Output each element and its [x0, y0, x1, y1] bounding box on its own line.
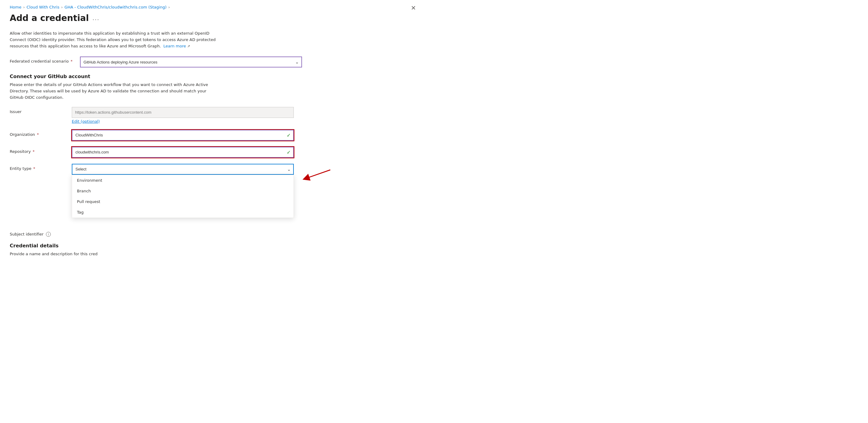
organization-input[interactable] [72, 130, 294, 141]
credential-details-heading: Credential details [10, 243, 344, 249]
organization-control: ✓ [72, 130, 294, 141]
entity-type-select[interactable]: Select Environment Branch Pull request T… [72, 164, 294, 175]
dropdown-item-branch[interactable]: Branch [72, 186, 293, 196]
red-arrow-indicator [300, 167, 333, 183]
subject-identifier-row: Subject identifier i [10, 229, 344, 237]
dropdown-item-pull-request[interactable]: Pull request [72, 196, 293, 207]
federated-scenario-label: Federated credential scenario * [10, 57, 73, 64]
page-title: Add a credential [10, 13, 89, 23]
more-options-button[interactable]: ... [92, 15, 99, 21]
subject-identifier-label: Subject identifier i [10, 229, 64, 237]
entity-type-control: Select Environment Branch Pull request T… [72, 164, 294, 175]
repository-check-icon: ✓ [287, 149, 291, 155]
dropdown-item-environment[interactable]: Environment [72, 175, 293, 186]
breadcrumb-gha[interactable]: GHA - CloudWithChris/cloudwithchris.com … [64, 5, 167, 9]
external-link-icon: ↗ [187, 44, 190, 48]
page-description: Allow other identities to impersonate th… [10, 30, 217, 49]
subject-identifier-info-icon[interactable]: i [46, 232, 51, 237]
red-arrow-svg [300, 167, 333, 182]
credential-details-desc: Provide a name and description for this … [10, 251, 217, 257]
repository-row: Repository * ✓ [10, 147, 344, 158]
entity-type-dropdown[interactable]: Environment Branch Pull request Tag [72, 175, 294, 218]
breadcrumb-home[interactable]: Home [10, 5, 21, 9]
federated-scenario-row: Federated credential scenario * GitHub A… [10, 57, 344, 67]
credential-details-section: Credential details Provide a name and de… [10, 243, 344, 257]
connect-github-section: Connect your GitHub account Please enter… [10, 73, 344, 101]
federated-scenario-select[interactable]: GitHub Actions deploying Azure resources [80, 57, 302, 67]
issuer-control: Edit (optional) [72, 107, 294, 124]
credential-form: Federated credential scenario * GitHub A… [10, 57, 344, 257]
organization-row: Organization * ✓ [10, 130, 344, 141]
edit-optional-link[interactable]: Edit (optional) [72, 119, 100, 124]
entity-type-label: Entity type * [10, 164, 64, 171]
page-header: Add a credential ... [10, 13, 416, 23]
issuer-label: Issuer [10, 107, 64, 114]
issuer-row: Issuer Edit (optional) [10, 107, 344, 124]
connect-github-heading: Connect your GitHub account [10, 73, 344, 79]
repository-input-wrapper: ✓ [72, 147, 294, 158]
entity-type-row: Entity type * Select Environment Branch … [10, 164, 344, 175]
breadcrumb-cloud-with-chris[interactable]: Cloud With Chris [27, 5, 59, 9]
repository-control: ✓ [72, 147, 294, 158]
close-button[interactable]: ✕ [411, 5, 416, 11]
issuer-input[interactable] [72, 107, 294, 118]
breadcrumb: Home › Cloud With Chris › GHA - CloudWit… [10, 5, 416, 9]
dropdown-item-tag[interactable]: Tag [72, 207, 293, 218]
repository-label: Repository * [10, 147, 64, 154]
entity-type-select-container: Select Environment Branch Pull request T… [72, 164, 294, 175]
organization-input-wrapper: ✓ [72, 130, 294, 141]
organization-check-icon: ✓ [287, 132, 291, 138]
svg-line-1 [306, 170, 330, 178]
federated-scenario-select-container: GitHub Actions deploying Azure resources… [80, 57, 302, 67]
connect-github-desc: Please enter the details of your GitHub … [10, 82, 217, 101]
learn-more-link[interactable]: Learn more [163, 44, 186, 48]
federated-scenario-control: GitHub Actions deploying Azure resources… [80, 57, 302, 67]
organization-label: Organization * [10, 130, 64, 137]
repository-input[interactable] [72, 147, 294, 158]
